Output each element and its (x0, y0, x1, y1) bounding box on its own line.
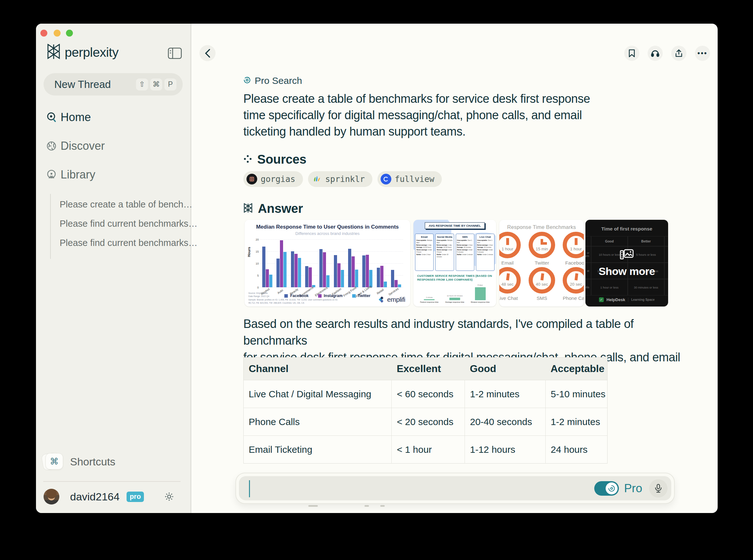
channel-card-title: SMS (457, 236, 473, 238)
clock-hand (541, 242, 547, 245)
close-window-button[interactable] (40, 29, 47, 37)
chart-title: Median Response Time to User Questions i… (245, 224, 410, 230)
clock-channel-label: Phone Calls (560, 296, 584, 301)
minimize-window-button[interactable] (54, 29, 61, 37)
channel-card-row: Above average: Under 4 hours (437, 249, 452, 254)
chart-bar-group: Ecommerce (305, 266, 315, 287)
clock-item[interactable]: 15 minTwitter (525, 232, 558, 266)
audio-headphones-button[interactable] (648, 46, 663, 61)
query-title: Please create a table of benchmarks for … (243, 91, 685, 140)
clock-ring: 48 sec (499, 267, 521, 294)
answer-image-clock-benchmarks[interactable]: Response Time Benchmarks 1 hourEmail15 m… (499, 220, 584, 306)
brand: perplexity (46, 43, 118, 61)
mic-button[interactable] (649, 479, 668, 498)
sidebar-collapse-icon[interactable] (168, 47, 182, 59)
chart-footnote-line: 95,712, FB: 823,943, TW: 288,829. Countr… (248, 301, 338, 305)
answer-image-helpdesk-table[interactable]: Time of first response elGoodBetteror ct… (585, 220, 668, 306)
new-thread-shortcut: ⇧ ⌘ P (136, 79, 176, 91)
clock-item[interactable]: 48 secLive Chat (499, 267, 524, 301)
table-cell: 1-2 minutes (546, 408, 607, 436)
sidebar-item-label: Home (61, 111, 91, 124)
back-button[interactable] (199, 45, 215, 61)
show-more-overlay[interactable]: Show more (585, 220, 668, 306)
zoom-window-button[interactable] (66, 29, 73, 37)
followup-input[interactable]: Pro (239, 476, 671, 500)
chart-bar (362, 255, 365, 287)
sources-heading-row: Sources (243, 152, 306, 166)
chart-gridline: 0 (260, 287, 403, 287)
bookmark-button[interactable] (624, 46, 639, 61)
library-item[interactable]: Please find current benchmarks… (60, 219, 197, 229)
clock-hand (575, 238, 578, 245)
clock-ring: 20 sec (563, 267, 584, 294)
hidden-content-edge (380, 505, 385, 507)
channel-card-row: Average: 10 minutes (457, 246, 473, 248)
library-item[interactable]: Please create a table of bench… (60, 199, 197, 210)
shortcuts-button[interactable]: ⌘ Shortcuts (43, 453, 116, 471)
channel-card-row: Unacceptable: Multiple days (437, 239, 452, 244)
chart-ytick: 10 (256, 262, 259, 265)
chart-bar (323, 252, 326, 287)
source-chip-gorgias[interactable]: gorgias (243, 171, 303, 187)
sidebar-item-library[interactable]: Library (36, 165, 191, 184)
source-chip-sprinklr[interactable]: sprinklr (308, 171, 372, 187)
channel-card-row: Unacceptable: Over 1 hour (477, 239, 493, 244)
answer-image-response-by-channel[interactable]: AVG RESPONSE TIME BY CHANNEL EmailUnacce… (413, 220, 496, 306)
new-thread-button[interactable]: New Thread ⇧ ⌘ P (43, 73, 183, 96)
sidebar-item-label: Discover (61, 139, 105, 153)
chart-ytick: 5 (257, 274, 259, 277)
clock-hand (575, 273, 578, 281)
pro-toggle[interactable] (594, 481, 619, 496)
chart-bar (276, 259, 279, 287)
sidebar-item-discover[interactable]: Discover (36, 137, 191, 156)
clock-ring: 1 hour (499, 232, 521, 258)
chart-ytick: 0 (257, 286, 259, 289)
shift-keycap: ⇧ (136, 79, 148, 91)
chart-bar (351, 256, 355, 287)
clock-item[interactable]: 20 secPhone Calls (560, 267, 584, 301)
clock-ring: 40 sec (528, 267, 555, 294)
chart-bar (398, 284, 401, 287)
channel-card-row: Stellar: Under 1 minute (457, 254, 473, 256)
chart-bar (377, 268, 380, 287)
clock-item[interactable]: 1 hourEmail (499, 232, 524, 266)
table-header-cell: Good (465, 358, 546, 380)
settings-gear-icon[interactable] (164, 492, 174, 502)
channel-card-row: Average: 12-24 hours (416, 246, 432, 248)
benchmarks-table-head: ChannelExcellentGoodAcceptable (244, 358, 607, 380)
mini-bar-label: Average response time (445, 301, 464, 304)
channel-card-row: Above average: Under 5 minutes (457, 249, 473, 254)
user-row: david2164 pro (43, 489, 184, 504)
answer-image-emplifi-chart[interactable]: Median Response Time to User Questions i… (245, 220, 410, 306)
username: david2164 (70, 491, 120, 503)
shortcuts-label: Shortcuts (70, 456, 116, 468)
source-chip-label: sprinklr (325, 174, 365, 184)
chart-bar (334, 255, 337, 287)
clock-item[interactable]: 1 hourFacebook (560, 232, 584, 266)
library-item[interactable]: Please find current benchmarks… (60, 238, 197, 248)
chart-bar (266, 269, 269, 287)
share-button[interactable] (671, 46, 687, 61)
source-chip-label: gorgias (261, 174, 295, 184)
chart-bar (380, 266, 383, 287)
new-thread-label: New Thread (54, 79, 136, 91)
more-options-button[interactable]: ••• (695, 46, 710, 61)
channel-card-row: Below average: 1 hour (477, 244, 493, 246)
show-more-label: Show more (599, 265, 655, 278)
source-chip-fullview[interactable]: fullview (378, 171, 442, 187)
shortcuts-cards-icon: ⌘ (43, 453, 64, 471)
library-icon (46, 169, 57, 180)
chart-bar-group: Retail (377, 266, 387, 287)
table-header-cell: Excellent (392, 358, 465, 380)
sidebar-item-home[interactable]: Home (36, 108, 191, 127)
sidebar-divider (43, 481, 180, 482)
library-list: Please create a table of bench…Please fi… (50, 194, 197, 259)
clock-time-label: 40 sec (533, 282, 551, 287)
avatar[interactable] (43, 489, 59, 504)
chart-bars: AlcoholAutoBeautyEcommerceElectronicsFas… (260, 239, 403, 287)
mini-bar (424, 299, 435, 300)
mini-bar-column: 8 daysSlowest response time (470, 284, 490, 304)
channel-card: Live ChatUnacceptable: Over 1 hourBelow … (476, 234, 495, 271)
clock-item[interactable]: 40 secSMS (525, 267, 558, 301)
chart-bar-group: Fmcg Food (348, 249, 358, 287)
